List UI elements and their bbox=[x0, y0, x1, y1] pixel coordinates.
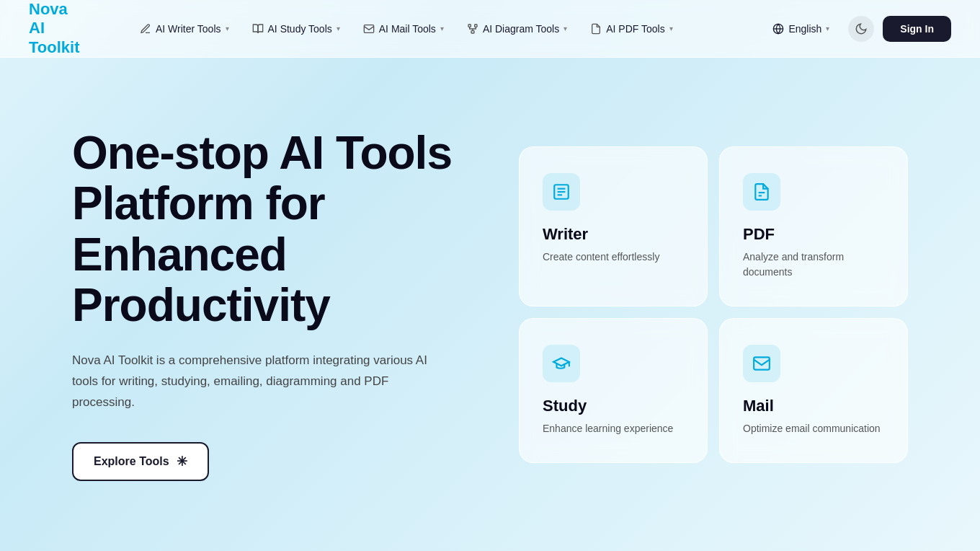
language-selector[interactable]: English ▾ bbox=[762, 17, 839, 40]
chevron-icon: ▾ bbox=[226, 25, 229, 32]
tools-cards-grid: Writer Create content effortlessly PDF A… bbox=[519, 146, 908, 463]
chevron-icon: ▾ bbox=[669, 25, 673, 32]
pdf-card[interactable]: PDF Analyze and transform documents bbox=[719, 146, 908, 307]
pdf-card-icon bbox=[752, 182, 771, 201]
svg-rect-3 bbox=[471, 30, 474, 32]
writer-card-icon-wrap bbox=[543, 173, 580, 211]
hero-right: Writer Create content effortlessly PDF A… bbox=[519, 146, 908, 463]
book-icon bbox=[252, 23, 264, 35]
writer-card-desc: Create content effortlessly bbox=[543, 250, 684, 265]
nav-links: AI Writer Tools ▾ AI Study Tools ▾ AI Ma… bbox=[130, 17, 762, 40]
study-card-icon-wrap bbox=[543, 345, 580, 382]
pdf-card-icon-wrap bbox=[743, 173, 780, 211]
hero-title: One-stop AI Tools Platform for Enhanced … bbox=[72, 128, 461, 331]
explore-tools-button[interactable]: Explore Tools ✳ bbox=[72, 442, 209, 481]
hero-description: Nova AI Toolkit is a comprehensive platf… bbox=[72, 351, 447, 413]
chevron-icon: ▾ bbox=[564, 25, 567, 32]
graduation-icon bbox=[552, 354, 571, 373]
chevron-icon: ▾ bbox=[337, 25, 340, 32]
nav-right: English ▾ Sign In bbox=[762, 16, 951, 42]
envelope-icon bbox=[752, 354, 771, 373]
nav-item-ai-pdf-tools[interactable]: AI PDF Tools ▾ bbox=[580, 17, 682, 40]
nav-item-ai-diagram-tools[interactable]: AI Diagram Tools ▾ bbox=[457, 17, 577, 40]
pdf-card-desc: Analyze and transform documents bbox=[743, 250, 884, 280]
writer-card-title: Writer bbox=[543, 225, 684, 244]
mail-card-desc: Optimize email communication bbox=[743, 421, 884, 436]
study-card-desc: Enhance learning experience bbox=[543, 421, 684, 436]
pdf-card-title: PDF bbox=[743, 225, 884, 244]
study-card-title: Study bbox=[543, 397, 684, 415]
svg-rect-2 bbox=[475, 25, 477, 27]
svg-rect-1 bbox=[468, 25, 471, 27]
svg-rect-12 bbox=[754, 357, 770, 369]
mail-card-icon-wrap bbox=[743, 345, 780, 382]
diagram-icon bbox=[467, 23, 478, 35]
navbar: Nova AI Toolkit AI Writer Tools ▾ AI Stu… bbox=[0, 0, 980, 58]
mail-card[interactable]: Mail Optimize email communication bbox=[719, 318, 908, 463]
pen-icon bbox=[140, 23, 151, 35]
mail-card-title: Mail bbox=[743, 397, 884, 415]
nav-item-ai-writer-tools[interactable]: AI Writer Tools ▾ bbox=[130, 17, 239, 40]
dark-mode-toggle[interactable] bbox=[848, 16, 874, 42]
nav-item-ai-study-tools[interactable]: AI Study Tools ▾ bbox=[242, 17, 350, 40]
study-card[interactable]: Study Enhance learning experience bbox=[519, 318, 708, 463]
mail-icon bbox=[363, 23, 375, 35]
sparkle-icon: ✳ bbox=[177, 454, 187, 470]
chevron-icon: ▾ bbox=[826, 25, 829, 32]
logo[interactable]: Nova AI Toolkit bbox=[29, 0, 108, 57]
moon-icon bbox=[855, 22, 868, 35]
nav-item-ai-mail-tools[interactable]: AI Mail Tools ▾ bbox=[353, 17, 454, 40]
chevron-icon: ▾ bbox=[440, 25, 444, 32]
writer-card[interactable]: Writer Create content effortlessly bbox=[519, 146, 708, 307]
hero-left: One-stop AI Tools Platform for Enhanced … bbox=[72, 128, 461, 481]
sign-in-button[interactable]: Sign In bbox=[883, 16, 951, 42]
pdf-icon bbox=[590, 23, 602, 35]
writer-icon bbox=[552, 182, 571, 201]
svg-rect-0 bbox=[364, 25, 373, 32]
globe-icon bbox=[772, 23, 784, 35]
hero-section: One-stop AI Tools Platform for Enhanced … bbox=[0, 58, 980, 551]
